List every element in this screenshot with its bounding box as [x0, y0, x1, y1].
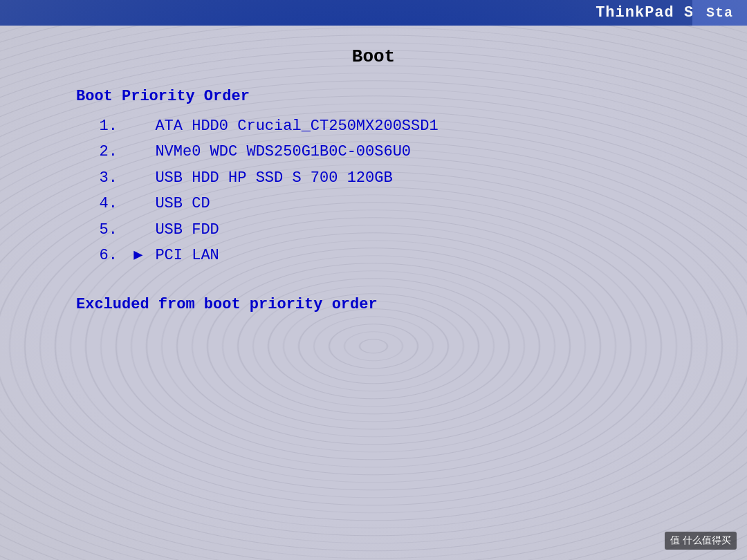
boot-priority-list: 1. ATA HDD0 Crucial_CT250MX200SSD1 2. NV… — [76, 113, 692, 268]
title-bar: ThinkPad Setup Sta — [0, 0, 747, 26]
list-item[interactable]: 1. ATA HDD0 Crucial_CT250MX200SSD1 — [76, 113, 692, 139]
item-arrow — [133, 113, 143, 139]
item-arrow — [133, 139, 143, 165]
item-label: USB CD — [155, 195, 210, 212]
item-label: PCI LAN — [155, 247, 219, 264]
item-arrow — [133, 165, 143, 191]
item-arrow: ▶ — [133, 243, 143, 268]
item-label: NVMe0 WDC WDS250G1B0C-00S6U0 — [155, 143, 411, 160]
item-arrow — [133, 217, 143, 243]
excluded-section: Excluded from boot priority order — [76, 296, 692, 313]
watermark-text: 值 什么值得买 — [670, 534, 731, 545]
list-item[interactable]: 2. NVMe0 WDC WDS250G1B0C-00S6U0 — [76, 139, 692, 165]
item-number: 6. — [90, 243, 118, 268]
title-bar-tab: Sta — [692, 0, 747, 26]
list-item[interactable]: 5. USB FDD — [76, 217, 692, 243]
watermark: 值 什么值得买 — [665, 532, 737, 550]
content-panel: Boot Priority Order 1. ATA HDD0 Crucial_… — [55, 88, 692, 313]
item-arrow — [133, 191, 143, 216]
item-number: 4. — [90, 191, 118, 216]
page-title: Boot — [352, 46, 395, 67]
list-item[interactable]: 4. USB CD — [76, 191, 692, 216]
item-label: ATA HDD0 Crucial_CT250MX200SSD1 — [155, 118, 438, 135]
bios-screen: ThinkPad Setup Sta Boot Boot Priority Or… — [0, 0, 747, 560]
main-content: Boot Boot Priority Order 1. ATA HDD0 Cru… — [0, 26, 747, 560]
item-number: 5. — [90, 217, 118, 243]
item-number: 3. — [90, 165, 118, 191]
excluded-title: Excluded from boot priority order — [76, 296, 692, 313]
list-item[interactable]: 6. ▶ PCI LAN — [76, 243, 692, 268]
item-label: USB HDD HP SSD S 700 120GB — [155, 169, 392, 187]
item-number: 2. — [90, 139, 118, 165]
list-item[interactable]: 3. USB HDD HP SSD S 700 120GB — [76, 165, 692, 191]
item-label: USB FDD — [155, 221, 219, 239]
item-number: 1. — [90, 113, 118, 139]
boot-priority-section-title: Boot Priority Order — [76, 88, 692, 105]
